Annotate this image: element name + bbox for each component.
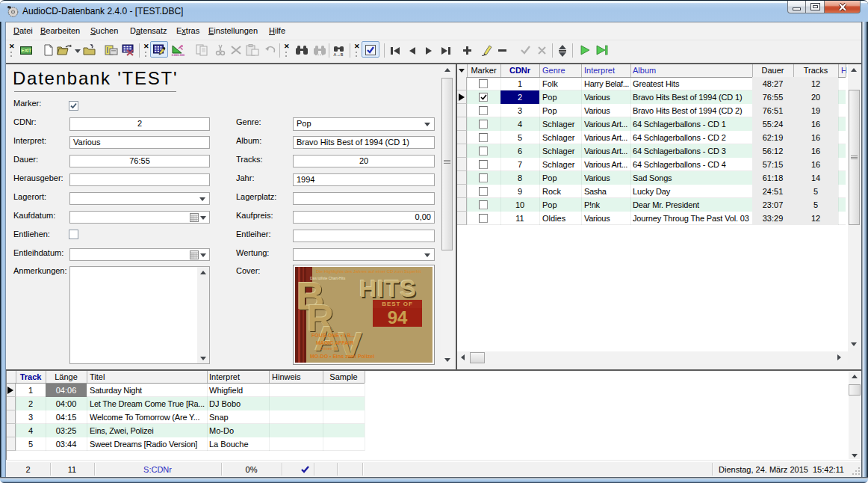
svg-text:A→B: A→B xyxy=(334,52,344,57)
svg-text:3.000.300: 3.000.300 xyxy=(172,53,185,56)
